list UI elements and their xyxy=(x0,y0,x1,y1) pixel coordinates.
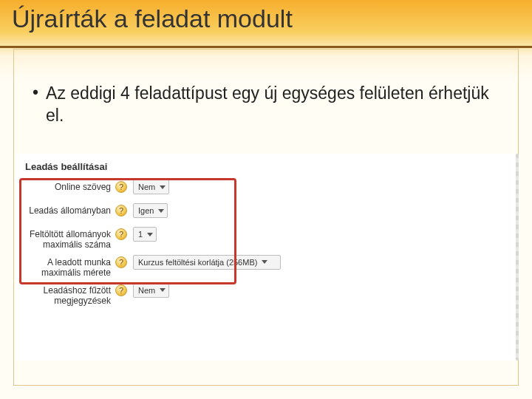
row-label: A leadott munka maximális mérete xyxy=(25,255,111,279)
bullet-item: • Az eddigi 4 feladattípust egy új egysé… xyxy=(33,83,502,127)
select-value: Igen xyxy=(138,206,154,215)
bullet-dot: • xyxy=(33,83,38,127)
form-area: Online szöveg ? Nem Leadás állományban ?… xyxy=(15,180,517,306)
chevron-down-icon xyxy=(158,209,164,213)
help-icon[interactable]: ? xyxy=(115,284,127,296)
chevron-down-icon xyxy=(160,185,166,189)
help-icon[interactable]: ? xyxy=(115,228,127,240)
settings-panel: Leadás beállításai Online szöveg ? Nem L… xyxy=(15,154,517,361)
form-row: Feltöltött állományok maximális száma ? … xyxy=(25,227,507,250)
form-row: Leadáshoz fűzött megjegyzések ? Nem xyxy=(25,283,507,307)
row-label: Feltöltött állományok maximális száma xyxy=(25,227,111,250)
file-submit-select[interactable]: Igen xyxy=(133,203,168,218)
bullet-text: Az eddigi 4 feladattípust egy új egysége… xyxy=(46,83,502,127)
help-icon[interactable]: ? xyxy=(115,205,127,216)
select-value: Nem xyxy=(138,286,155,295)
title-underline xyxy=(0,46,532,48)
row-label: Online szöveg xyxy=(25,180,111,192)
select-value: Nem xyxy=(138,183,155,191)
form-row: A leadott munka maximális mérete ? Kurzu… xyxy=(25,255,507,279)
max-size-select[interactable]: Kurzus feltöltési korlátja (256MB) xyxy=(133,255,281,270)
form-row: Online szöveg ? Nem xyxy=(25,180,507,199)
online-text-select[interactable]: Nem xyxy=(133,180,169,194)
chevron-down-icon xyxy=(147,233,153,236)
form-row: Leadás állományban ? Igen xyxy=(25,203,507,222)
comments-select[interactable]: Nem xyxy=(133,283,169,298)
max-files-select[interactable]: 1 xyxy=(133,227,157,242)
row-label: Leadáshoz fűzött megjegyzések xyxy=(25,283,111,307)
chevron-down-icon xyxy=(262,260,267,264)
page-title: Újraírták a feladat modult xyxy=(12,4,293,33)
panel-heading: Leadás beállításai xyxy=(15,154,517,175)
select-value: 1 xyxy=(138,230,143,239)
select-value: Kurzus feltöltési korlátja (256MB) xyxy=(138,258,257,267)
help-icon[interactable]: ? xyxy=(115,181,127,193)
help-icon[interactable]: ? xyxy=(115,256,127,268)
row-label: Leadás állományban xyxy=(25,203,111,216)
chevron-down-icon xyxy=(160,288,166,292)
